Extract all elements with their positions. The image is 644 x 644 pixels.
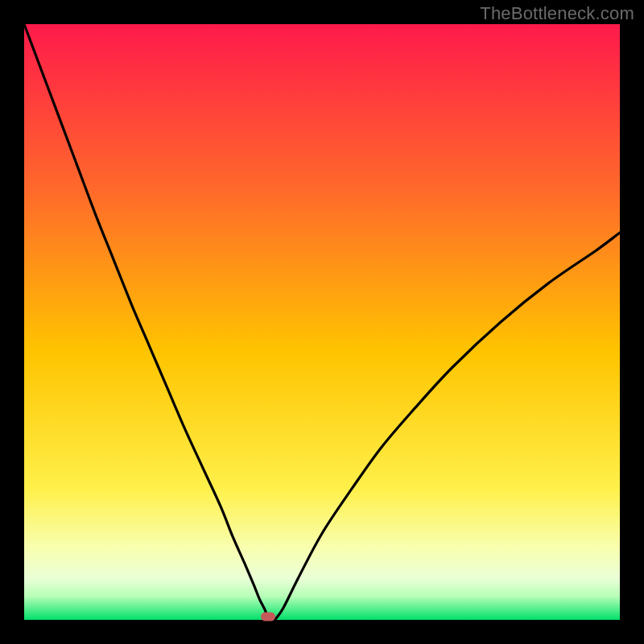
plot-area [24,24,620,620]
chart-frame: TheBottleneck.com [0,0,644,644]
watermark-text: TheBottleneck.com [480,3,634,24]
bottleneck-curve [24,24,620,620]
optimal-marker [261,613,275,621]
